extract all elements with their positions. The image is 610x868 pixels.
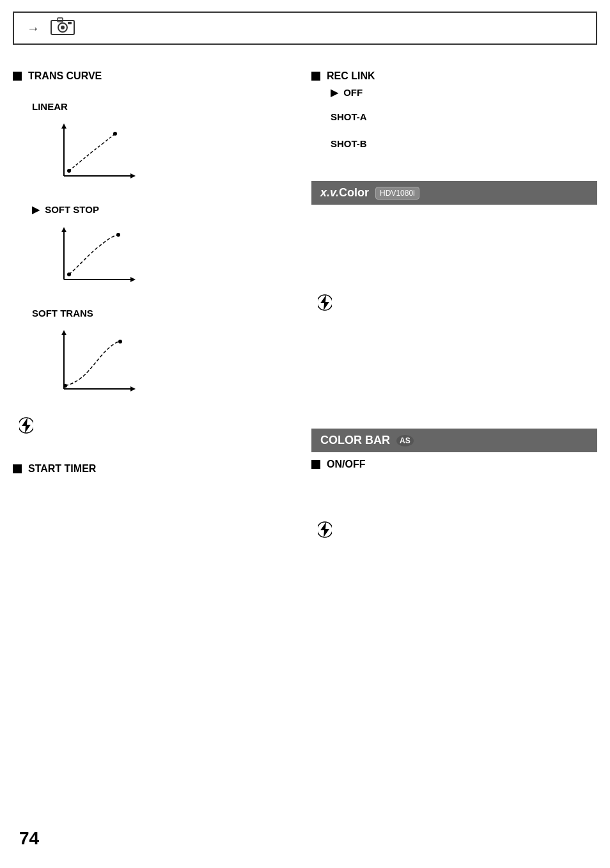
soft-trans-graph bbox=[51, 325, 292, 404]
on-off-header: ON/OFF bbox=[311, 459, 597, 470]
arrow-icon: → bbox=[27, 21, 40, 36]
svg-marker-23 bbox=[61, 330, 66, 335]
off-item[interactable]: OFF bbox=[331, 87, 597, 99]
svg-marker-17 bbox=[61, 227, 66, 232]
soft-trans-section: SOFT TRANS bbox=[13, 308, 292, 404]
svg-point-26 bbox=[118, 340, 122, 343]
rec-link-label: REC LINK bbox=[327, 70, 375, 82]
svg-line-11 bbox=[91, 144, 102, 153]
svg-point-20 bbox=[116, 233, 120, 237]
xvcolor-bar: x.v.Color HDV1080i bbox=[311, 181, 597, 205]
soft-stop-graph bbox=[51, 222, 292, 295]
shot-a-label: SHOT-A bbox=[331, 111, 597, 122]
linear-graph bbox=[51, 118, 292, 191]
on-off-bullet bbox=[311, 460, 320, 469]
lightning-left bbox=[19, 417, 292, 438]
rec-link-header: REC LINK bbox=[311, 70, 597, 82]
xvcolor-title: x.v.Color bbox=[320, 186, 369, 200]
svg-point-13 bbox=[67, 169, 71, 173]
svg-marker-7 bbox=[61, 123, 66, 129]
page-number: 74 bbox=[19, 828, 39, 849]
soft-stop-item[interactable]: SOFT STOP bbox=[32, 204, 292, 216]
left-column: TRANS CURVE LINEAR bbox=[13, 58, 305, 541]
right-spacer bbox=[311, 294, 597, 422]
svg-line-12 bbox=[102, 134, 115, 144]
color-bar-badge: AS bbox=[396, 435, 414, 446]
soft-trans-label: SOFT TRANS bbox=[32, 308, 292, 319]
svg-line-9 bbox=[69, 162, 80, 171]
svg-marker-18 bbox=[130, 277, 136, 282]
svg-point-14 bbox=[113, 132, 117, 136]
shot-b-label: SHOT-B bbox=[331, 138, 597, 149]
color-bar-bar: COLOR BAR AS bbox=[311, 429, 597, 452]
shot-a-section: SHOT-A bbox=[311, 111, 597, 122]
trans-curve-bullet bbox=[13, 72, 22, 81]
off-label: OFF bbox=[343, 87, 363, 98]
svg-point-25 bbox=[63, 384, 67, 388]
color-bar-title: COLOR BAR bbox=[320, 434, 390, 447]
linear-section: LINEAR bbox=[13, 101, 292, 191]
on-off-label: ON/OFF bbox=[327, 459, 365, 470]
soft-stop-label: SOFT STOP bbox=[45, 204, 99, 215]
rec-link-bullet bbox=[311, 72, 320, 81]
soft-stop-section: SOFT STOP bbox=[13, 204, 292, 295]
trans-curve-label: TRANS CURVE bbox=[28, 70, 102, 82]
xvcolor-badge: HDV1080i bbox=[375, 187, 419, 200]
svg-marker-8 bbox=[130, 173, 136, 178]
top-navigation-bar: → bbox=[13, 12, 597, 45]
svg-marker-29 bbox=[320, 295, 329, 310]
start-timer-bullet bbox=[13, 464, 22, 473]
svg-line-10 bbox=[80, 153, 91, 162]
svg-marker-27 bbox=[22, 418, 31, 433]
start-timer-label: START TIMER bbox=[28, 463, 96, 475]
lightning-right bbox=[318, 294, 597, 313]
svg-marker-31 bbox=[320, 522, 329, 537]
linear-label: LINEAR bbox=[32, 101, 292, 112]
svg-rect-4 bbox=[68, 22, 72, 24]
svg-point-3 bbox=[61, 26, 65, 29]
camera-icon bbox=[50, 17, 75, 40]
svg-point-19 bbox=[67, 272, 71, 276]
lightning-right-2 bbox=[318, 521, 597, 541]
right-column: REC LINK OFF SHOT-A SHOT-B x.v.Color HDV… bbox=[305, 58, 597, 541]
trans-curve-header: TRANS CURVE bbox=[13, 70, 292, 82]
start-timer-header: START TIMER bbox=[13, 463, 292, 475]
svg-marker-24 bbox=[130, 386, 136, 391]
main-content: TRANS CURVE LINEAR bbox=[13, 58, 597, 541]
shot-b-section: SHOT-B bbox=[311, 138, 597, 149]
